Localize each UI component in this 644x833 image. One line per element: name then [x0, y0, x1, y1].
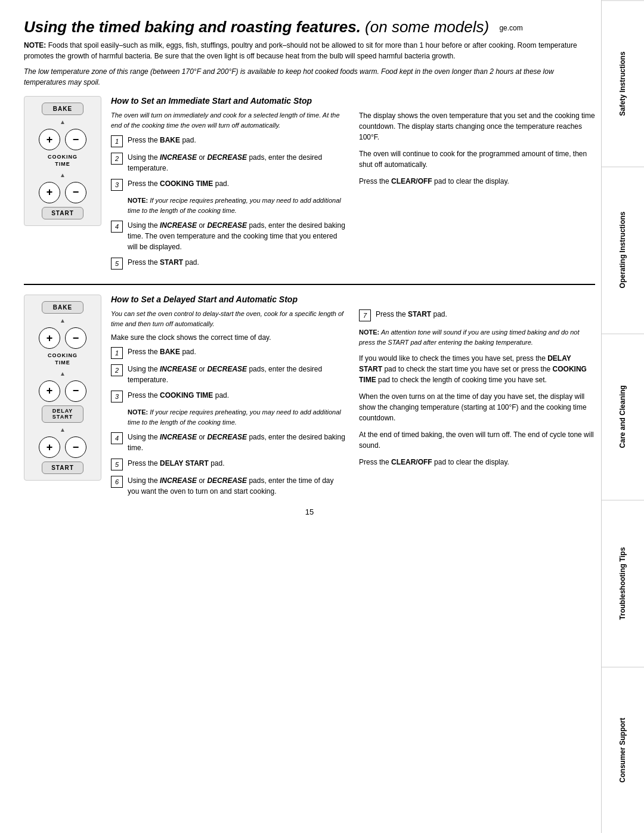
main-content: Using the timed baking and roasting feat… [0, 0, 601, 833]
sidebar-care: Care and Cleaning [602, 333, 644, 500]
arrow-group-4: + − [39, 380, 86, 402]
section-1-title: How to Set an Immediate Start and Automa… [111, 96, 595, 106]
increase-arrow-1: + [39, 129, 60, 150]
arrow-group-5: + − [39, 436, 86, 458]
right-sidebar: Safety Instructions Operating Instructio… [601, 0, 644, 833]
page-title: Using the timed baking and roasting feat… [24, 18, 595, 36]
decrease-arrow-3: − [65, 327, 86, 349]
bake-btn-2: BAKE [42, 301, 83, 314]
sidebar-operating: Operating Instructions [602, 166, 644, 333]
increase-arrow-5: + [39, 436, 60, 458]
section-2-intro: You can set the oven control to delay-st… [111, 309, 347, 329]
arrow-group-2: + − [39, 182, 86, 203]
decrease-arrow-1: − [65, 129, 86, 150]
step-2-4: 4 Using the INCREASE or DECREASE pads, e… [111, 432, 347, 453]
steps-columns-2: You can set the oven control to delay-st… [111, 309, 595, 501]
increase-arrow-4: + [39, 380, 60, 402]
sidebar-troubleshooting: Troubleshooting Tips [602, 500, 644, 666]
step-2-2: 2 Using the INCREASE or DECREASE pads, e… [111, 364, 347, 385]
section-1-body: How to Set an Immediate Start and Automa… [111, 96, 595, 274]
diagram-1: BAKE ▲ + − COOKINGTIME ▲ + − START [24, 96, 101, 274]
step-1-1: 1 Press the BAKE pad. [111, 135, 347, 147]
note-1: NOTE: Foods that spoil easily–such as mi… [24, 40, 595, 61]
section-2-title: How to Set a Delayed Start and Automatic… [111, 295, 595, 304]
steps-left-2: You can set the oven control to delay-st… [111, 309, 347, 501]
page-wrapper: Using the timed baking and roasting feat… [0, 0, 644, 833]
steps-right-2: 7 Press the START pad. NOTE: An attentio… [359, 309, 595, 501]
section-divider [24, 284, 595, 285]
start-btn-2: START [42, 462, 83, 474]
step-2-6: 6 Using the INCREASE or DECREASE pads, e… [111, 475, 347, 497]
delay-start-btn: DELAYSTART [42, 405, 83, 423]
step-1-5: 5 Press the START pad. [111, 257, 347, 270]
cooking-time-label-1: COOKINGTIME [48, 154, 78, 168]
steps-columns-1: The oven will turn on immediately and co… [111, 110, 595, 274]
steps-left-1: The oven will turn on immediately and co… [111, 110, 347, 274]
diagram-2-visual: BAKE ▲ + − COOKINGTIME ▲ + − DELAYSTART … [24, 295, 101, 481]
section-2-body: How to Set a Delayed Start and Automatic… [111, 295, 595, 501]
sidebar-consumer: Consumer Support [602, 667, 644, 833]
note-inline-2: NOTE: If your recipe requires preheating… [128, 407, 347, 427]
sidebar-safety: Safety Instructions [602, 0, 644, 166]
decrease-arrow-2: − [65, 182, 86, 203]
decrease-arrow-4: − [65, 380, 86, 402]
arrow-group-3: + − [39, 327, 86, 349]
arrow-group-1: + − [39, 129, 86, 150]
step-1-3: 3 Press the COOKING TIME pad. [111, 178, 347, 191]
page-number: 15 [24, 507, 595, 516]
note-2: The low temperature zone of this range (… [24, 66, 595, 88]
decrease-arrow-5: − [65, 436, 86, 458]
cooking-time-label-2: COOKINGTIME [48, 352, 78, 366]
increase-arrow-3: + [39, 327, 60, 349]
note-inline-1: NOTE: If your recipe requires preheating… [128, 196, 347, 215]
section-immediate-start: BAKE ▲ + − COOKINGTIME ▲ + − START [24, 96, 595, 274]
diagram-1-visual: BAKE ▲ + − COOKINGTIME ▲ + − START [24, 96, 101, 225]
section-delayed-start: BAKE ▲ + − COOKINGTIME ▲ + − DELAYSTART … [24, 295, 595, 501]
step-2-1: 1 Press the BAKE pad. [111, 346, 347, 359]
step-2-3: 3 Press the COOKING TIME pad. [111, 390, 347, 402]
bake-btn-1: BAKE [42, 103, 83, 115]
increase-arrow-2: + [39, 182, 60, 203]
step-1-2: 2 Using the INCREASE or DECREASE pads, e… [111, 152, 347, 174]
step-2-5: 5 Press the DELAY START pad. [111, 458, 347, 470]
step-2-7: 7 Press the START pad. [359, 309, 595, 321]
step-1-4: 4 Using the INCREASE or DECREASE pads, e… [111, 220, 347, 252]
steps-right-1: The display shows the oven temperature t… [359, 110, 595, 274]
diagram-2: BAKE ▲ + − COOKINGTIME ▲ + − DELAYSTART … [24, 295, 101, 501]
section-1-intro: The oven will turn on immediately and co… [111, 110, 347, 130]
start-btn-1: START [42, 207, 83, 219]
section-2-intro2: Make sure the clock shows the correct ti… [111, 333, 347, 342]
